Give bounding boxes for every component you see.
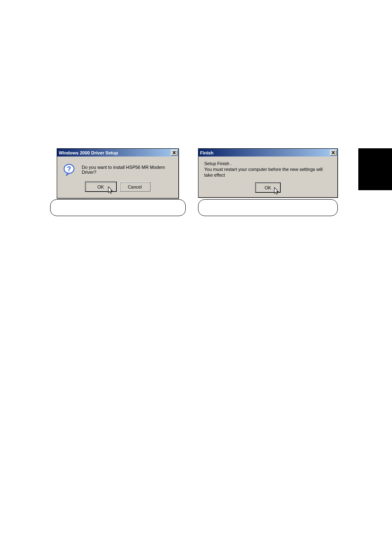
close-icon — [332, 151, 335, 154]
mouse-cursor-icon — [108, 187, 114, 195]
caption-box-left — [50, 199, 186, 216]
mouse-cursor-icon — [274, 187, 280, 196]
close-button[interactable] — [171, 150, 178, 156]
close-button[interactable] — [330, 150, 337, 156]
ok-button[interactable]: OK — [256, 183, 280, 192]
driver-setup-dialog: Windows 2000 Driver Setup ? Do you want … — [57, 148, 179, 198]
page-side-tab — [358, 148, 392, 190]
close-icon — [173, 151, 176, 154]
titlebar[interactable]: Finish — [198, 149, 337, 157]
finish-message: Setup Finish . You must restart your com… — [204, 161, 332, 178]
question-icon: ? — [63, 163, 76, 176]
ok-button-label: OK — [97, 184, 104, 189]
cancel-button-label: Cancel — [128, 184, 142, 189]
cancel-button[interactable]: Cancel — [120, 182, 150, 191]
finish-line1: Setup Finish . — [204, 161, 332, 166]
caption-box-right — [198, 199, 338, 216]
ok-button-label: OK — [265, 185, 271, 190]
message-row: ? Do you want to install HSP56 MR Modem … — [62, 161, 173, 182]
titlebar-text: Windows 2000 Driver Setup — [59, 150, 171, 155]
titlebar-text: Finish — [200, 150, 330, 155]
button-row: OK Cancel — [62, 182, 173, 193]
finish-dialog: Finish Setup Finish . You must restart y… — [198, 148, 338, 198]
titlebar[interactable]: Windows 2000 Driver Setup — [57, 149, 178, 157]
ok-button[interactable]: OK — [85, 182, 116, 191]
dialog-body: Setup Finish . You must restart your com… — [198, 157, 337, 197]
finish-line2: You must restart your computer before th… — [204, 166, 332, 178]
button-row: OK — [204, 183, 332, 192]
dialog-body: ? Do you want to install HSP56 MR Modem … — [57, 157, 178, 198]
dialog-message: Do you want to install HSP56 MR Modem Dr… — [82, 165, 173, 175]
svg-text:?: ? — [67, 165, 71, 173]
